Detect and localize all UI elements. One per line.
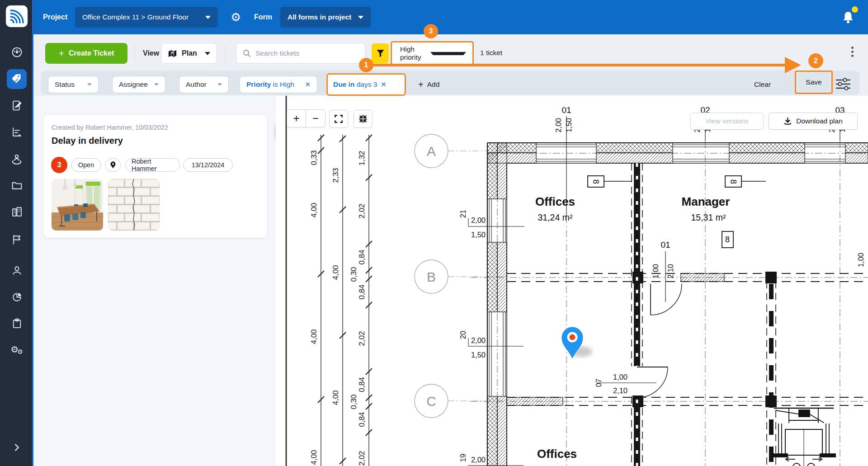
- svg-text:4,00: 4,00: [331, 390, 340, 405]
- filter-chip-author[interactable]: Author: [179, 76, 229, 93]
- svg-text:1,00: 1,00: [857, 253, 865, 267]
- download-plan-button[interactable]: Download plan: [769, 113, 858, 130]
- planradar-logo[interactable]: [6, 5, 28, 27]
- pie-chart-icon: [11, 291, 23, 303]
- cracked-wall-image: [108, 179, 160, 231]
- ticket-title: Delay in delivery: [52, 136, 123, 146]
- view-label: View: [143, 43, 159, 64]
- sidebar-item-site[interactable]: [7, 149, 27, 169]
- svg-text:4,00: 4,00: [310, 329, 318, 344]
- sidebar-item-reports[interactable]: [7, 287, 27, 307]
- sidebar-item-tickets[interactable]: [7, 69, 27, 89]
- form-selector[interactable]: All forms in project: [280, 7, 371, 28]
- notification-badge-dot: [852, 6, 858, 13]
- filter-chip-due-highlighted[interactable]: Due in days 3 ✕: [326, 73, 406, 96]
- svg-text:4,00: 4,00: [310, 202, 318, 217]
- due-chip-cond: days 3: [354, 80, 377, 88]
- search-icon: [243, 49, 251, 57]
- ticket-status-pill[interactable]: Open: [71, 158, 101, 172]
- filter-button[interactable]: [372, 43, 389, 63]
- download-plan-label: Download plan: [796, 117, 843, 125]
- filter-settings-sliders-icon[interactable]: [835, 77, 851, 91]
- chart-bars-icon: [11, 126, 23, 138]
- form-selector-value: All forms in project: [288, 13, 353, 21]
- room-manager-area: 15,31 m²: [691, 212, 726, 222]
- ticket-due-date-pill[interactable]: 13/12/2024: [183, 158, 233, 172]
- zoom-out-button[interactable]: −: [306, 109, 325, 127]
- chevron-right-icon: [11, 442, 22, 453]
- search-tickets-box: [236, 43, 365, 64]
- ticket-card[interactable]: Created by Robert Hammer, 10/03/2022 Del…: [43, 114, 268, 238]
- sidebar-item-tasks[interactable]: [7, 313, 27, 333]
- ticket-author-pill[interactable]: Robert Hammer: [125, 158, 180, 172]
- sidebar-item-company[interactable]: [7, 202, 27, 221]
- view-mode-selector[interactable]: Plan: [161, 43, 217, 64]
- svg-text:0,84: 0,84: [358, 412, 366, 427]
- tag-icon: [10, 73, 23, 85]
- svg-text:0,84: 0,84: [358, 284, 366, 299]
- add-filter-button[interactable]: + Add: [418, 76, 439, 93]
- view-versions-button[interactable]: View versions: [690, 113, 764, 130]
- sidebar-item-flags[interactable]: [7, 230, 27, 249]
- svg-text:1,50: 1,50: [471, 351, 486, 359]
- annotation-step-3: 3: [424, 24, 438, 38]
- svg-text:21: 21: [459, 210, 467, 218]
- sidebar-item-statistics[interactable]: [7, 122, 27, 142]
- annotation-arrow-line: [373, 64, 786, 66]
- floor-plan-canvas[interactable]: 0,33 4,00 4,00 4,00 2,33 4,00 4,00 1,32 …: [276, 96, 868, 466]
- filter-chip-priority[interactable]: Priority is High ✕: [240, 76, 317, 93]
- ticket-location-pill[interactable]: [105, 158, 121, 172]
- ticket-photo-wall-crack[interactable]: [108, 179, 160, 231]
- search-input[interactable]: [255, 49, 359, 57]
- svg-text:2,33: 2,33: [331, 168, 340, 183]
- chevron-down-icon: [430, 52, 466, 55]
- dashboard-gauge-icon: [11, 46, 23, 58]
- kebab-menu-icon[interactable]: [849, 47, 855, 57]
- ticket-priority-badge: 3: [51, 157, 67, 173]
- save-filter-button[interactable]: Save: [806, 74, 821, 91]
- priority-filter-selector[interactable]: High priority: [391, 41, 474, 66]
- svg-text:4,00: 4,00: [331, 265, 340, 280]
- sidebar-expand-button[interactable]: [7, 438, 27, 457]
- download-icon: [783, 117, 792, 126]
- filter-chip-assignee-label: Assignee: [119, 80, 150, 89]
- funnel-icon: [376, 48, 385, 58]
- filter-chip-status-label: Status: [55, 80, 83, 89]
- map-icon: [168, 49, 177, 58]
- ticket-photo-meeting-room[interactable]: [52, 179, 103, 231]
- symbol-8: 8: [729, 179, 738, 184]
- fullscreen-button[interactable]: [329, 110, 348, 128]
- form-label: Form: [254, 0, 272, 34]
- svg-text:2,02: 2,02: [358, 451, 366, 466]
- buildings-icon: [11, 206, 23, 218]
- clear-filters-button[interactable]: Clear: [754, 76, 771, 93]
- priority-chip-cond: is High: [271, 80, 294, 88]
- project-label: Project: [43, 0, 67, 34]
- sidebar-item-settings[interactable]: ⚙⚙: [7, 339, 27, 359]
- sidebar-item-documents[interactable]: [7, 175, 27, 195]
- sidebar: ⚙⚙: [0, 0, 33, 466]
- plan-viewer: 0,33 4,00 4,00 4,00 2,33 4,00 4,00 1,32 …: [276, 96, 868, 466]
- filter-chip-assignee[interactable]: Assignee: [112, 76, 165, 93]
- room-manager: Manager: [682, 195, 730, 208]
- annotation-step-2: 2: [808, 53, 823, 68]
- filter-chip-status[interactable]: Status: [48, 76, 99, 93]
- sidebar-item-dashboard[interactable]: [7, 42, 27, 62]
- zoom-in-button[interactable]: +: [287, 109, 306, 127]
- logo-arcs-icon: [6, 6, 27, 27]
- remove-due-filter-icon[interactable]: ✕: [381, 80, 387, 89]
- view-mode-value: Plan: [182, 49, 200, 57]
- svg-text:4,00: 4,00: [310, 450, 318, 465]
- svg-text:2,00: 2,00: [471, 456, 486, 464]
- sidebar-item-users[interactable]: [7, 260, 27, 280]
- annotation-arrow-head: [785, 57, 801, 73]
- project-settings-gear-icon[interactable]: ⚙: [231, 0, 241, 34]
- svg-text:01: 01: [561, 105, 571, 115]
- project-selector[interactable]: Office Complex 11 > Ground Floor: [75, 7, 218, 28]
- sidebar-item-forms[interactable]: [7, 95, 27, 115]
- remove-priority-filter-icon[interactable]: ✕: [305, 80, 311, 89]
- svg-text:0,84: 0,84: [358, 377, 366, 392]
- wall-left: [487, 143, 507, 466]
- create-ticket-button[interactable]: + Create Ticket: [45, 43, 127, 64]
- fit-to-screen-button[interactable]: [354, 110, 373, 128]
